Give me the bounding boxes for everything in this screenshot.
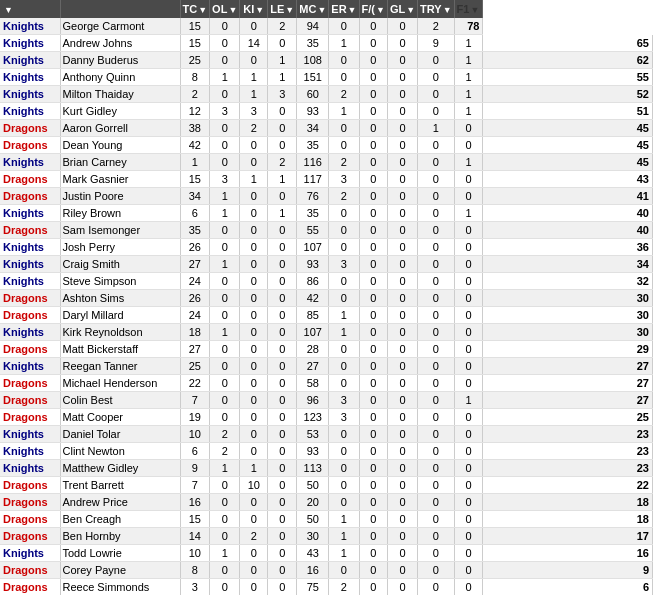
cell-stat: 55 [297, 222, 329, 239]
cell-stat: 2 [329, 579, 359, 596]
cell-club: Dragons [0, 171, 60, 188]
cell-stat: 0 [359, 222, 387, 239]
col-header-ki[interactable]: KI▼ [240, 0, 268, 18]
cell-stat: 1 [210, 545, 240, 562]
cell-stat: 0 [454, 239, 483, 256]
cell-stat: 0 [359, 579, 387, 596]
cell-stat: 0 [240, 545, 268, 562]
cell-f1: 23 [483, 426, 653, 443]
cell-stat: 151 [297, 69, 329, 86]
cell-stat: 0 [359, 35, 387, 52]
cell-stat: 0 [387, 222, 417, 239]
cell-f1: 29 [483, 341, 653, 358]
cell-stat: 0 [329, 477, 359, 494]
col-header-player[interactable] [60, 0, 180, 18]
cell-stat: 0 [454, 426, 483, 443]
cell-stat: 0 [418, 562, 455, 579]
cell-stat: 0 [268, 460, 297, 477]
cell-player: Michael Henderson [60, 375, 180, 392]
cell-stat: 3 [180, 579, 210, 596]
cell-stat: 0 [359, 52, 387, 69]
cell-club: Dragons [0, 511, 60, 528]
cell-stat: 0 [210, 120, 240, 137]
cell-stat: 25 [180, 358, 210, 375]
cell-stat: 0 [387, 511, 417, 528]
cell-stat: 27 [180, 256, 210, 273]
cell-stat: 0 [359, 120, 387, 137]
cell-f1: 40 [483, 205, 653, 222]
cell-stat: 0 [329, 18, 359, 35]
table-row: DragonsMatt Bickerstaff27000280000029 [0, 341, 653, 358]
col-header-tc[interactable]: TC▼ [180, 0, 210, 18]
cell-stat: 0 [268, 103, 297, 120]
cell-club: Dragons [0, 562, 60, 579]
col-header-le[interactable]: LE▼ [268, 0, 297, 18]
cell-stat: 0 [210, 358, 240, 375]
cell-stat: 1 [240, 69, 268, 86]
cell-stat: 30 [297, 528, 329, 545]
cell-stat: 0 [359, 477, 387, 494]
table-row: DragonsBen Hornby14020301000017 [0, 528, 653, 545]
cell-stat: 0 [210, 307, 240, 324]
cell-stat: 85 [297, 307, 329, 324]
cell-stat: 3 [210, 171, 240, 188]
cell-player: Corey Payne [60, 562, 180, 579]
cell-stat: 0 [240, 443, 268, 460]
cell-stat: 0 [359, 511, 387, 528]
col-header-er[interactable]: ER▼ [329, 0, 359, 18]
col-header-ol[interactable]: OL▼ [210, 0, 240, 18]
col-header-gl[interactable]: GL▼ [387, 0, 417, 18]
cell-stat: 1 [268, 205, 297, 222]
cell-stat: 0 [418, 341, 455, 358]
cell-stat: 2 [210, 443, 240, 460]
cell-player: Josh Perry [60, 239, 180, 256]
cell-stat: 1 [329, 307, 359, 324]
cell-f1: 30 [483, 307, 653, 324]
table-row: DragonsCorey Payne800016000009 [0, 562, 653, 579]
table-row: DragonsSam Isemonger35000550000040 [0, 222, 653, 239]
col-header-club[interactable]: ▼ [0, 0, 60, 18]
cell-player: Kurt Gidley [60, 103, 180, 120]
cell-stat: 1 [418, 120, 455, 137]
cell-player: Reece Simmonds [60, 579, 180, 596]
cell-stat: 0 [268, 562, 297, 579]
table-row: DragonsDaryl Millard24000851000030 [0, 307, 653, 324]
cell-stat: 0 [268, 290, 297, 307]
cell-stat: 0 [454, 324, 483, 341]
cell-stat: 0 [418, 273, 455, 290]
cell-stat: 0 [210, 562, 240, 579]
cell-stat: 0 [210, 511, 240, 528]
cell-club: Dragons [0, 494, 60, 511]
cell-stat: 0 [387, 545, 417, 562]
col-header-f[interactable]: F/(▼ [359, 0, 387, 18]
cell-stat: 0 [359, 562, 387, 579]
cell-stat: 14 [240, 35, 268, 52]
cell-stat: 0 [387, 562, 417, 579]
cell-stat: 1 [454, 86, 483, 103]
col-header-f1[interactable]: F1▼ [454, 0, 483, 18]
cell-stat: 0 [268, 35, 297, 52]
cell-stat: 0 [240, 409, 268, 426]
col-header-mc[interactable]: MC▼ [297, 0, 329, 18]
cell-club: Knights [0, 69, 60, 86]
cell-stat: 0 [418, 426, 455, 443]
cell-stat: 0 [387, 324, 417, 341]
cell-stat: 0 [210, 239, 240, 256]
cell-f1: 18 [483, 511, 653, 528]
cell-stat: 53 [297, 426, 329, 443]
cell-stat: 60 [297, 86, 329, 103]
cell-stat: 0 [268, 222, 297, 239]
cell-f1: 23 [483, 443, 653, 460]
cell-stat: 6 [180, 205, 210, 222]
cell-stat: 0 [359, 18, 387, 35]
cell-stat: 0 [210, 528, 240, 545]
cell-club: Knights [0, 256, 60, 273]
table-row: DragonsAshton Sims26000420000030 [0, 290, 653, 307]
cell-stat: 93 [297, 103, 329, 120]
cell-stat: 0 [240, 341, 268, 358]
cell-stat: 0 [240, 239, 268, 256]
cell-stat: 0 [359, 171, 387, 188]
cell-stat: 1 [210, 460, 240, 477]
col-header-try[interactable]: TRY▼ [418, 0, 455, 18]
cell-stat: 0 [268, 120, 297, 137]
